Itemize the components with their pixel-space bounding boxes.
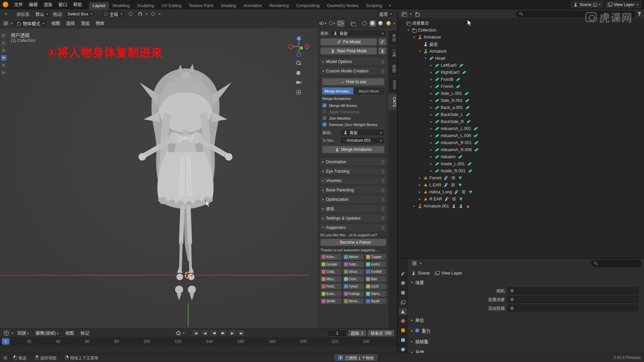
scale-tool-icon[interactable] (1, 70, 7, 75)
timeline-editor-icon[interactable] (3, 329, 10, 337)
cats-section-header[interactable]: ▸烘培 (320, 205, 386, 213)
supporter-button[interactable]: Str4fe (320, 298, 342, 304)
gizmo-y-axis-icon[interactable] (299, 45, 304, 51)
modifier-wrench-icon[interactable] (454, 190, 459, 194)
outliner-row[interactable]: ▸Inside_R.001 (398, 167, 644, 174)
tab-scene-icon[interactable] (399, 308, 407, 315)
timeline-tracks[interactable] (0, 346, 397, 353)
expand-arrow-icon[interactable]: ▾ (418, 49, 422, 53)
auto-keying-icon[interactable] (175, 330, 181, 336)
play-button[interactable]: ▶ (219, 330, 227, 336)
supporter-button[interactable]: Bee (365, 276, 386, 282)
outliner-row[interactable]: ▾Head (398, 55, 644, 62)
jump-to-end-button[interactable]: ▶| (237, 330, 245, 336)
start-pose-mode-button[interactable]: Start Pose Mode (320, 47, 377, 55)
checkbox[interactable] (322, 116, 327, 120)
expand-arrow-icon[interactable]: ▸ (429, 77, 433, 81)
outliner-row[interactable]: ▸mituami (398, 153, 644, 160)
expand-arrow-icon[interactable]: ▸ (418, 190, 422, 194)
field-input[interactable] (507, 305, 639, 312)
properties-section-header[interactable]: ▸单位 (408, 316, 644, 324)
navigation-gizmo[interactable]: Z × (288, 36, 309, 57)
supporter-button[interactable]: orels1 (365, 261, 386, 267)
options-dropdown[interactable]: 选项 ▾ (376, 10, 394, 17)
outliner-row[interactable]: ▾Armature (398, 34, 644, 41)
pose-toggle-icon[interactable] (452, 204, 456, 208)
tab-modifiers-icon[interactable] (399, 337, 407, 344)
timeline-menu[interactable]: 视图 (62, 329, 77, 337)
supporter-button[interactable]: Cody.. (320, 268, 342, 275)
shading-solid-icon[interactable] (369, 20, 376, 27)
expand-arrow-icon[interactable]: ▸ (429, 120, 433, 123)
topbar-menu[interactable]: 文件 (11, 1, 26, 9)
how-to-use-button[interactable]: → How to use (322, 78, 384, 85)
workspace-tab[interactable]: Scripting (362, 2, 386, 9)
expand-arrow-icon[interactable]: ▸ (429, 162, 433, 166)
tab-render-icon[interactable] (399, 280, 407, 287)
checkbox[interactable]: ✓ (415, 328, 419, 333)
sidebar-tab-工具[interactable]: 工具 (388, 46, 396, 60)
outliner-row[interactable]: ▸BackSide_L (398, 111, 644, 118)
supporter-button[interactable]: Subc... (343, 261, 364, 267)
tab-object-icon[interactable] (399, 327, 407, 334)
outliner-row[interactable]: ▸L EAR (398, 181, 644, 188)
topbar-menu[interactable]: 渲染 (41, 1, 55, 9)
overlays-toggle-icon[interactable]: ▾ (337, 20, 344, 27)
tab-world-icon[interactable] (399, 317, 407, 324)
properties-search-input[interactable] (591, 260, 641, 267)
topbar-menu[interactable]: 窗口 (55, 1, 70, 9)
tab-tool-icon[interactable] (399, 270, 407, 277)
ortho-toggle-icon[interactable] (296, 89, 302, 95)
expand-arrow-icon[interactable]: ▸ (429, 155, 433, 159)
jump-to-start-button[interactable]: |◀ (192, 330, 200, 336)
workspace-tab[interactable]: Modeling (109, 2, 133, 9)
blender-logo-icon[interactable] (3, 2, 8, 7)
field-input[interactable] (507, 287, 639, 294)
close-scene-icon[interactable]: × (598, 2, 601, 7)
pose-toggle-icon[interactable] (459, 204, 463, 208)
expand-arrow-icon[interactable]: ▾ (406, 28, 411, 32)
viewport-canvas[interactable]: 用户透视 (1) Collection ①将人物身体复制进来 (0, 28, 397, 328)
outliner-row[interactable]: ▸mituamiA_R.006 (398, 146, 644, 153)
expand-arrow-icon[interactable]: ▸ (429, 134, 433, 137)
cats-section-header[interactable]: ▸Visemes (320, 177, 386, 184)
tab-attach-mesh[interactable]: Attach Mesh (354, 87, 385, 95)
next-keyframe-button[interactable]: |▶ (228, 330, 236, 336)
supporter-button[interactable]: n1cK (365, 283, 386, 290)
playhead[interactable]: 1 (2, 338, 9, 345)
character-model[interactable] (127, 55, 248, 326)
gizmo-x-pos-icon[interactable]: × (305, 44, 309, 49)
mesh-data-icon[interactable] (459, 197, 463, 201)
supporter-button[interactable]: Krisu... (320, 254, 342, 260)
outliner-row[interactable]: ▸FrontB (398, 76, 644, 83)
timeline-ruler[interactable]: 20406080100120140160180200220240 1 (0, 338, 397, 346)
expand-arrow-icon[interactable]: ▸ (429, 70, 433, 74)
scene-selector[interactable]: Scene × (571, 1, 603, 8)
pan-hand-icon[interactable] (296, 70, 302, 76)
play-reverse-button[interactable]: ◀ (210, 330, 218, 336)
properties-editor-icon[interactable] (411, 260, 418, 267)
field-input[interactable] (507, 296, 639, 303)
supporters-section-header[interactable]: ▾ Supporters (320, 224, 386, 231)
shading-material-icon[interactable] (377, 20, 384, 27)
timeline-menu[interactable]: 回放 ▾ (14, 329, 32, 337)
to-merge-dropdown[interactable]: ↑ Armature.001 ▾ (340, 137, 384, 144)
expand-arrow-icon[interactable]: ▸ (429, 113, 433, 116)
mesh-data-icon[interactable] (458, 183, 463, 187)
base-armature-dropdown[interactable]: 骨架 ▾ (340, 129, 384, 136)
tab-view-layer-icon[interactable] (399, 299, 407, 306)
workspace-tab[interactable]: Compositing (292, 2, 323, 9)
workspace-tab[interactable]: Geometry Nodes (323, 2, 362, 9)
mode-dropdown[interactable]: 物体模式 ▾ (14, 20, 47, 27)
breadcrumb-scene[interactable]: Scene (411, 271, 430, 276)
bone-icon[interactable] (473, 126, 478, 131)
expand-arrow-icon[interactable]: ▸ (429, 127, 433, 130)
viewport-menu[interactable]: 视图 (48, 19, 63, 27)
cats-section-header[interactable]: ▸Bone Parenting (320, 186, 386, 194)
workspace-tab[interactable]: Sculpting (133, 2, 158, 9)
bone-icon[interactable] (465, 105, 470, 110)
outliner-row[interactable]: ▸Side_R.001 (398, 97, 644, 104)
sidebar-tab-条目[interactable]: 条目 (388, 31, 396, 45)
bone-icon[interactable] (465, 98, 470, 103)
bone-icon[interactable] (464, 91, 469, 96)
